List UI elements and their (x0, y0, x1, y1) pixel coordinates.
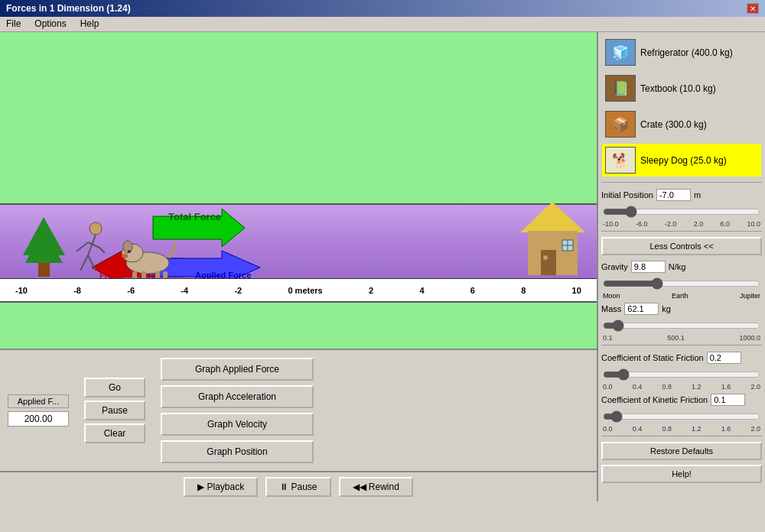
gravity-unit: N/kg (669, 262, 686, 271)
playback-bar: ▶ Playback ⏸ Pause ◀◀ Rewind (0, 471, 597, 501)
playback-button[interactable]: ▶ Playback (184, 477, 258, 497)
object-refrigerator[interactable]: 🧊 Refrigerator (400.0 kg) (601, 35, 762, 70)
svg-rect-16 (132, 271, 137, 278)
refrigerator-label: Refrigerator (400.0 kg) (640, 47, 733, 58)
coeff-kinetic-ticks: 0.0 0.4 0.8 1.2 1.6 2.0 (603, 425, 760, 433)
house-icon (516, 198, 589, 278)
initial-position-unit: m (694, 190, 701, 200)
coeff-kinetic-input[interactable] (711, 394, 745, 406)
tick-4: 4 (419, 286, 424, 295)
coeff-static-input[interactable] (707, 352, 741, 364)
rewind-button[interactable]: ◀◀ Rewind (339, 477, 413, 497)
total-force-label: Total Force (168, 211, 221, 222)
graph-applied-force-button[interactable]: Graph Applied Force (161, 358, 314, 381)
graph-acceleration-button[interactable]: Graph Acceleration (161, 385, 314, 408)
svg-rect-19 (163, 271, 168, 278)
tick-0: 0 meters (288, 286, 322, 295)
less-controls-button[interactable]: Less Controls << (601, 237, 762, 255)
tick-8: 8 (521, 286, 526, 295)
close-button[interactable]: ✕ (747, 3, 759, 14)
svg-line-10 (76, 242, 88, 251)
tick-6: 6 (470, 286, 475, 295)
tick--6: -6 (127, 286, 135, 295)
go-button[interactable]: Go (84, 378, 145, 397)
svg-point-20 (128, 250, 131, 253)
graph-buttons: Graph Applied Force Graph Acceleration G… (161, 358, 314, 463)
graph-position-button[interactable]: Graph Position (161, 440, 314, 463)
gravity-named-labels: Moon Earth Jupiter (603, 292, 760, 300)
svg-rect-25 (543, 255, 548, 260)
svg-line-12 (99, 248, 105, 253)
gravity-label: Gravity (601, 262, 628, 271)
mass-slider-container: 0.1 500.1 1000.0 (601, 318, 762, 342)
tick--8: -8 (73, 286, 81, 295)
gravity-row: Gravity N/kg (601, 261, 762, 273)
coeff-static-ticks: 0.0 0.4 0.8 1.2 1.6 2.0 (603, 383, 760, 391)
restore-defaults-button[interactable]: Restore Defaults (601, 442, 762, 460)
object-sleepy-dog[interactable]: 🐕 Sleepy Dog (25.0 kg) (601, 143, 762, 177)
refrigerator-icon: 🧊 (605, 39, 636, 66)
svg-line-11 (88, 242, 99, 248)
svg-rect-18 (155, 271, 160, 278)
coeff-kinetic-slider[interactable] (603, 410, 760, 423)
menu-help[interactable]: Help (77, 18, 103, 30)
menu-file[interactable]: File (3, 18, 24, 30)
menu-options[interactable]: Options (31, 18, 69, 30)
svg-point-21 (122, 254, 128, 258)
tick-10: 10 (572, 286, 581, 295)
mass-label: Mass (601, 304, 621, 313)
coeff-static-slider[interactable] (603, 368, 760, 381)
applied-force-label: Applied F... (8, 394, 69, 408)
coeff-kinetic-row: Coefficient of Kinetic Friction (601, 394, 762, 406)
initial-position-label: Initial Position (601, 190, 653, 200)
graph-velocity-button[interactable]: Graph Velocity (161, 413, 314, 436)
sleepy-dog-label: Sleepy Dog (25.0 kg) (640, 155, 727, 166)
mass-slider[interactable] (603, 320, 760, 332)
controls-area: Applied F... 200.00 Go Pause Clear Graph… (0, 349, 597, 471)
coeff-kinetic-label: Coefficient of Kinetic Friction (601, 395, 708, 404)
gravity-slider[interactable] (603, 277, 760, 290)
coeff-kinetic-slider-container: 0.0 0.4 0.8 1.2 1.6 2.0 (601, 409, 762, 433)
mass-row: Mass kg (601, 303, 762, 315)
person-icon (73, 221, 107, 278)
initial-position-row: Initial Position m (601, 189, 762, 201)
help-button[interactable]: Help! (601, 465, 762, 483)
tree-icon (19, 213, 69, 278)
number-line-inner: -10 -8 -6 -4 -2 0 meters 2 4 6 8 10 (0, 286, 597, 295)
menu-bar: File Options Help (0, 17, 765, 32)
applied-force-value: 200.00 (8, 411, 69, 427)
initial-position-input[interactable] (656, 189, 691, 201)
pause-button[interactable]: Pause (84, 401, 145, 420)
initial-position-slider-container: -10.0 -6.0 -2.0 2.0 6.0 10.0 (601, 204, 762, 228)
crate-icon: 📦 (605, 111, 636, 138)
clear-button[interactable]: Clear (84, 423, 145, 443)
gravity-input[interactable] (631, 261, 666, 273)
divider-3 (601, 345, 762, 345)
initial-position-slider[interactable] (603, 206, 760, 218)
mass-ticks: 0.1 500.1 1000.0 (603, 334, 760, 342)
dog-icon (119, 236, 176, 278)
gravity-earth: Earth (672, 292, 688, 300)
right-panel: 🧊 Refrigerator (400.0 kg) 📗 Textbook (10… (597, 32, 765, 501)
mass-unit: kg (662, 304, 671, 313)
svg-rect-5 (38, 263, 50, 277)
tick--4: -4 (181, 286, 188, 295)
mass-input[interactable] (624, 303, 659, 315)
svg-rect-17 (142, 271, 146, 278)
crate-label: Crate (300.0 kg) (640, 119, 707, 130)
gravity-moon: Moon (603, 292, 620, 300)
svg-line-9 (88, 255, 96, 271)
object-textbook[interactable]: 📗 Textbook (10.0 kg) (601, 71, 762, 105)
initial-position-ticks: -10.0 -6.0 -2.0 2.0 6.0 10.0 (603, 220, 760, 228)
window-title: Forces in 1 Dimension (1.24) (6, 3, 131, 14)
tick--2: -2 (234, 286, 242, 295)
tick-2: 2 (369, 286, 373, 295)
title-bar: Forces in 1 Dimension (1.24) ✕ (0, 0, 765, 17)
object-crate[interactable]: 📦 Crate (300.0 kg) (601, 107, 762, 141)
playback-pause-button[interactable]: ⏸ Pause (265, 477, 330, 497)
svg-rect-24 (541, 250, 556, 275)
coeff-static-slider-container: 0.0 0.4 0.8 1.2 1.6 2.0 (601, 367, 762, 391)
svg-line-8 (80, 255, 88, 271)
sim-area: Total Force Friction Force Applied Force… (0, 32, 597, 501)
number-line: -10 -8 -6 -4 -2 0 meters 2 4 6 8 10 (0, 278, 597, 301)
